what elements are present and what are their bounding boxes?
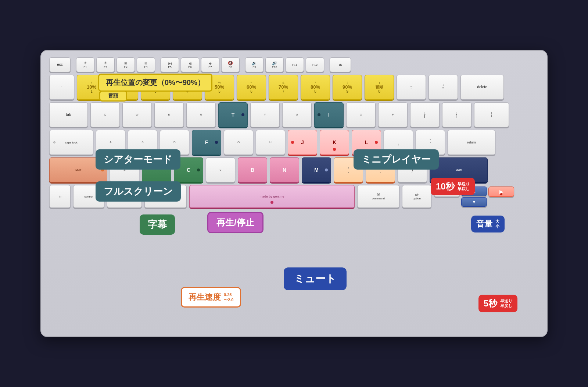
key-equals[interactable]: + = [429,75,458,100]
key-0[interactable]: ) 冒頭 0 [365,75,394,100]
key-o[interactable]: O [346,102,376,127]
key-u[interactable]: U [282,102,312,127]
key-backslash[interactable]: |\ [474,102,509,127]
key-n[interactable]: N [270,157,299,182]
annotation-speed: 再生速度 0.25〜2.0 [181,287,241,308]
key-return[interactable]: return [448,130,495,155]
key-capslock[interactable]: caps lock [49,130,93,155]
key-tab[interactable]: tab [49,102,88,127]
key-q[interactable]: Q [90,102,120,127]
qwerty-row: tab Q W E R T Y U I O P {[ }] [49,102,539,127]
annotation-mini-player: ミニプレイヤー [354,149,439,170]
key-b[interactable]: B [238,157,267,182]
key-f3[interactable]: ⊞F3 [116,57,135,72]
key-f2[interactable]: ☀F2 [96,57,115,72]
key-f5[interactable]: ⏮F5 [161,57,179,72]
key-tilde[interactable]: ~` [49,75,74,100]
key-f8[interactable]: 🔇F8 [221,57,240,72]
key-bracket-l[interactable]: {[ [410,102,440,127]
key-fn[interactable]: fn [49,185,71,208]
key-i[interactable]: I [314,102,344,127]
key-cmd-right[interactable]: ⌘ command [357,185,399,208]
key-v[interactable]: V [206,157,235,182]
key-arrow-right[interactable]: ▶ [488,187,514,197]
key-y[interactable]: Y [250,102,280,127]
annotation-fullscreen: フルスクリーン [96,181,181,202]
key-r[interactable]: R [186,102,216,127]
key-f11[interactable]: F11 [286,57,304,72]
key-8[interactable]: * 80% 8 [301,75,330,100]
key-f4[interactable]: ⊟F4 [137,57,155,72]
key-m[interactable]: M [302,157,331,182]
annotation-theater: シアターモード [96,149,180,170]
annotation-skip5: 5秒 早送り早戻し [478,295,517,312]
annotation-volume: 音量 大小 [471,216,505,232]
key-f9[interactable]: 🔉F9 [245,57,263,72]
keyboard: esc ☀F1 ☀F2 ⊞F3 ⊟F4 ⏮F5 ⏯F6 ⏭F7 🔇F8 🔉F9 … [40,50,548,337]
key-bracket-r[interactable]: }] [442,102,472,127]
annotation-playback-position: 再生位置の変更（0%〜90%） [98,74,212,92]
key-f1[interactable]: ☀F1 [76,57,94,72]
key-delete[interactable]: delete [460,75,504,100]
key-arrow-down[interactable]: ▼ [461,197,487,207]
annotation-caption: 字幕 [140,214,175,235]
key-e[interactable]: E [154,102,184,127]
key-f[interactable]: F [192,130,221,155]
key-eject[interactable]: ⏏ [330,57,351,72]
annotation-skip10: 10秒 早送り早戻し [431,178,475,195]
key-j[interactable]: J [288,130,317,155]
page-container: Made by ゴリミー：https://gori.me esc ☀F1 ☀F2… [0,0,588,387]
key-w[interactable]: W [122,102,152,127]
key-esc[interactable]: esc [49,57,71,72]
key-6[interactable]: ^ 60% 6 [237,75,266,100]
annotation-play-pause: 再生/停止 [207,212,263,233]
annotation-mute: ミュート [284,267,347,290]
key-9[interactable]: ( 90% 9 [333,75,362,100]
key-f6[interactable]: ⏯F6 [181,57,199,72]
key-p[interactable]: P [378,102,408,127]
key-k[interactable]: K [320,130,349,155]
key-minus[interactable]: _ - [397,75,426,100]
key-f10[interactable]: 🔊F10 [265,57,284,72]
key-h[interactable]: H [256,130,285,155]
key-7[interactable]: & 70% 7 [269,75,298,100]
key-opt-right[interactable]: alt option [402,185,431,208]
function-row: esc ☀F1 ☀F2 ⊞F3 ⊟F4 ⏮F5 ⏯F6 ⏭F7 🔇F8 🔉F9 … [49,57,539,72]
key-f7[interactable]: ⏭F7 [201,57,219,72]
key-space[interactable]: made by gori.me [189,185,355,208]
key-t[interactable]: T [218,102,248,127]
key-f12[interactable]: F12 [306,57,324,72]
key-g[interactable]: G [224,130,253,155]
